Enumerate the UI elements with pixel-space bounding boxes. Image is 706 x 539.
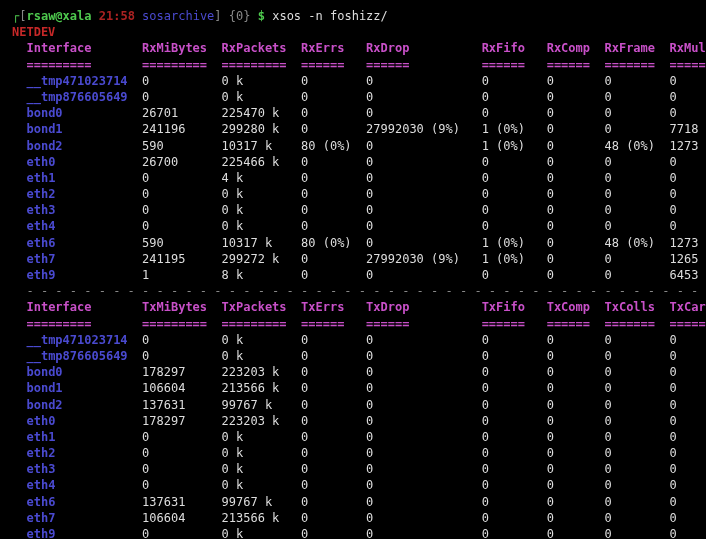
cell-value: 0 [604, 381, 669, 395]
cell-value: 0 [604, 203, 669, 217]
cell-value: 0 [547, 187, 605, 201]
interface-name: eth7 [26, 252, 142, 266]
command-text: xsos -n foshizz/ [272, 9, 388, 23]
cell-value: 0 [482, 203, 547, 217]
cell-value: 0 [366, 333, 482, 347]
cell-value: 0 [604, 495, 669, 509]
cell-value: 0 [604, 90, 669, 104]
cell-value: 80 (0%) [301, 139, 366, 153]
cell-value: 0 [547, 106, 605, 120]
cell-value: 0 [604, 106, 669, 120]
cell-value: 223203 k [222, 414, 301, 428]
interface-name: eth9 [26, 527, 142, 539]
cell-value: 590 [142, 236, 221, 250]
cell-value: 1 (0%) [482, 252, 547, 266]
cell-value: 0 [366, 349, 482, 363]
cell-value: 0 [301, 122, 366, 136]
cell-value: 0 [670, 155, 677, 169]
cell-value: 0 [366, 398, 482, 412]
cell-value: 0 [142, 90, 221, 104]
cell-value: 7718 (0%) [670, 122, 707, 136]
prompt-symbol: $ [258, 9, 265, 23]
col-header: TxComp [547, 300, 605, 314]
cell-value: 0 [604, 365, 669, 379]
col-sep: ====== [547, 58, 605, 72]
cell-value: 0 [670, 430, 677, 444]
interface-name: bond0 [26, 365, 142, 379]
interface-name: eth7 [26, 511, 142, 525]
table-row: bond0 178297 223203 k 0 0 0 0 0 0 [12, 364, 694, 380]
interface-name: eth4 [26, 478, 142, 492]
cell-value: 0 [142, 74, 221, 88]
interface-name: __tmp471023714 [26, 74, 142, 88]
cell-value: 0 [670, 349, 677, 363]
prompt-time: 21:58 [99, 9, 135, 23]
cell-value: 0 [670, 219, 677, 233]
table-row: bond1 106604 213566 k 0 0 0 0 0 0 [12, 380, 694, 396]
cell-value: 0 [547, 478, 605, 492]
cell-value: 0 [301, 398, 366, 412]
col-sep: ====== [482, 317, 547, 331]
cell-value: 0 [142, 333, 221, 347]
cell-value: 0 [366, 90, 482, 104]
cell-value: 27992030 (9%) [366, 252, 482, 266]
table-row: eth7 106604 213566 k 0 0 0 0 0 0 [12, 510, 694, 526]
col-sep: ====== [301, 58, 366, 72]
cell-value: 0 [142, 446, 221, 460]
cell-value: 0 [366, 171, 482, 185]
cell-value: 0 [301, 462, 366, 476]
cell-value: 0 [604, 219, 669, 233]
col-sep: ========= [142, 317, 221, 331]
cell-value: 0 [547, 349, 605, 363]
table-row: eth9 1 8 k 0 0 0 0 0 6453 (86%) [12, 267, 694, 283]
rx-table: Interface RxMiBytes RxPackets RxErrs RxD… [12, 40, 694, 283]
col-sep: ====== [366, 317, 482, 331]
interface-name: eth1 [26, 171, 142, 185]
cell-value: 0 [366, 478, 482, 492]
col-header: RxErrs [301, 41, 366, 55]
cell-value: 0 [366, 236, 482, 250]
cell-value: 213566 k [222, 381, 301, 395]
cell-value: 0 [547, 495, 605, 509]
cell-value: 1 [142, 268, 221, 282]
cell-value: 0 [670, 171, 677, 185]
cell-value: 0 [547, 203, 605, 217]
cell-value: 0 k [222, 446, 301, 460]
col-header: RxMiBytes [142, 41, 221, 55]
cell-value: 299280 k [222, 122, 301, 136]
cell-value: 0 [604, 268, 669, 282]
cell-value: 0 [547, 155, 605, 169]
cell-value: 0 [604, 527, 669, 539]
cell-value: 6453 (86%) [670, 268, 707, 282]
cell-value: 0 [301, 349, 366, 363]
table-row: eth0 26700 225466 k 0 0 0 0 0 0 [12, 154, 694, 170]
cell-value: 137631 [142, 398, 221, 412]
col-header: TxErrs [301, 300, 366, 314]
table-row: eth7 241195 299272 k 0 27992030 (9%) 1 (… [12, 251, 694, 267]
cell-value: 0 [482, 414, 547, 428]
table-row: eth4 0 0 k 0 0 0 0 0 0 [12, 218, 694, 234]
cell-value: 106604 [142, 381, 221, 395]
interface-name: eth6 [26, 236, 142, 250]
cell-value: 0 [604, 398, 669, 412]
cell-value: 213566 k [222, 511, 301, 525]
col-sep: ======= [604, 317, 669, 331]
cell-value: 0 [482, 171, 547, 185]
cell-value: 225470 k [222, 106, 301, 120]
col-header: TxPackets [222, 300, 301, 314]
cell-value: 0 [604, 446, 669, 460]
cell-value: 0 [301, 333, 366, 347]
cell-value: 0 [301, 252, 366, 266]
cell-value: 0 [301, 268, 366, 282]
cell-value: 1265 (0%) [670, 252, 707, 266]
col-header: TxMiBytes [142, 300, 221, 314]
tx-table: Interface TxMiBytes TxPackets TxErrs TxD… [12, 299, 694, 539]
table-row: __tmp471023714 0 0 k 0 0 0 0 0 0 [12, 332, 694, 348]
cell-value: 0 [301, 171, 366, 185]
table-row: eth1 0 0 k 0 0 0 0 0 0 [12, 429, 694, 445]
cell-value: 0 [604, 478, 669, 492]
cell-value: 0 [482, 268, 547, 282]
col-header: RxComp [547, 41, 605, 55]
interface-name: eth0 [26, 414, 142, 428]
cell-value: 0 [670, 90, 677, 104]
